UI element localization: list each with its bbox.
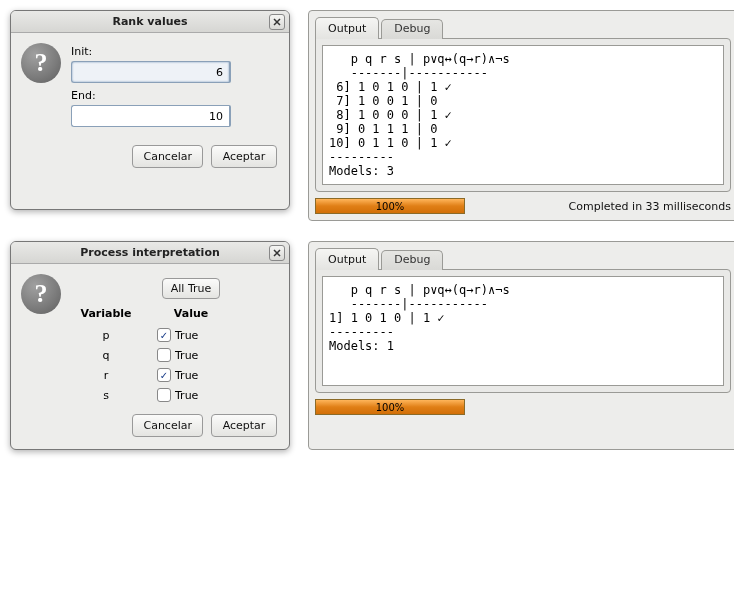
console-output: p q r s | p∨q↔(q→r)∧¬s -------|---------…	[322, 276, 724, 386]
output-panel-top: Output Debug p q r s | p∨q↔(q→r)∧¬s ----…	[308, 10, 734, 221]
progress-bar: 100%	[315, 399, 465, 415]
var-s: s	[71, 389, 141, 402]
all-true-button[interactable]: All True	[162, 278, 221, 299]
var-r: r	[71, 369, 141, 382]
col-value: Value	[151, 307, 231, 322]
cancel-button[interactable]: Cancelar	[132, 145, 203, 168]
val-r-label: True	[175, 369, 198, 382]
process-titlebar: Process interpretation	[11, 242, 289, 264]
rank-values-title: Rank values	[112, 15, 187, 28]
init-label: Init:	[71, 45, 277, 58]
cancel-button[interactable]: Cancelar	[132, 414, 203, 437]
close-icon[interactable]	[269, 245, 285, 261]
val-p-label: True	[175, 329, 198, 342]
checkbox-r[interactable]: ✓	[157, 368, 171, 382]
checkbox-s[interactable]	[157, 388, 171, 402]
progress-label: 100%	[376, 201, 405, 212]
var-p: p	[71, 329, 141, 342]
process-title: Process interpretation	[80, 246, 220, 259]
end-input[interactable]	[71, 105, 229, 127]
question-icon: ?	[21, 43, 61, 83]
tab-debug[interactable]: Debug	[381, 19, 443, 39]
status-text: Completed in 33 milliseconds	[475, 200, 731, 213]
val-q-label: True	[175, 349, 198, 362]
col-variable: Variable	[71, 307, 141, 322]
console-output: p q r s | p∨q↔(q→r)∧¬s -------|---------…	[322, 45, 724, 185]
end-spinner[interactable]: ▲ ▼	[71, 105, 231, 127]
init-spinner[interactable]: ▲ ▼	[71, 61, 231, 83]
val-s-label: True	[175, 389, 198, 402]
progress-fill: 100%	[316, 400, 464, 414]
rank-values-titlebar: Rank values	[11, 11, 289, 33]
var-q: q	[71, 349, 141, 362]
accept-button[interactable]: Aceptar	[211, 145, 277, 168]
question-icon: ?	[21, 274, 61, 314]
tab-debug[interactable]: Debug	[381, 250, 443, 270]
close-icon[interactable]	[269, 14, 285, 30]
init-input[interactable]	[71, 61, 229, 83]
tab-output[interactable]: Output	[315, 248, 379, 270]
progress-bar: 100%	[315, 198, 465, 214]
end-label: End:	[71, 89, 277, 102]
checkbox-q[interactable]	[157, 348, 171, 362]
accept-button[interactable]: Aceptar	[211, 414, 277, 437]
rank-values-dialog: Rank values ? Init: ▲ ▼ End:	[10, 10, 290, 210]
checkbox-p[interactable]: ✓	[157, 328, 171, 342]
progress-fill: 100%	[316, 199, 464, 213]
progress-label: 100%	[376, 402, 405, 413]
tab-output[interactable]: Output	[315, 17, 379, 39]
output-panel-bottom: Output Debug p q r s | p∨q↔(q→r)∧¬s ----…	[308, 241, 734, 450]
process-interpretation-dialog: Process interpretation ? All True Variab…	[10, 241, 290, 450]
